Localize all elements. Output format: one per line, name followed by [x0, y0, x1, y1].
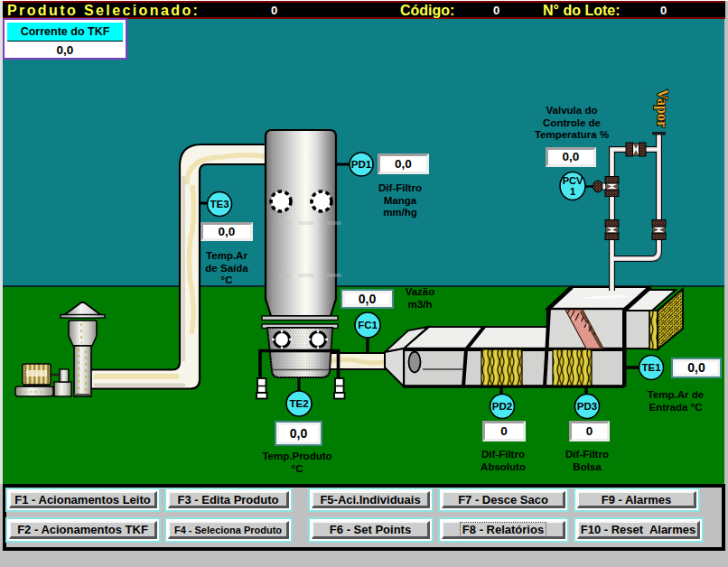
svg-text:PD1: PD1	[351, 159, 372, 170]
svg-text:Vapor: Vapor	[654, 89, 670, 127]
svg-text:TE1: TE1	[641, 362, 661, 373]
svg-text:PCV: PCV	[563, 175, 583, 186]
svg-text:PD2: PD2	[492, 401, 512, 412]
svg-text:PD3: PD3	[577, 401, 597, 412]
svg-text:FC1: FC1	[358, 320, 378, 330]
svg-text:TE2: TE2	[289, 398, 308, 409]
svg-text:1: 1	[570, 186, 575, 197]
svg-text:TE3: TE3	[210, 199, 229, 209]
